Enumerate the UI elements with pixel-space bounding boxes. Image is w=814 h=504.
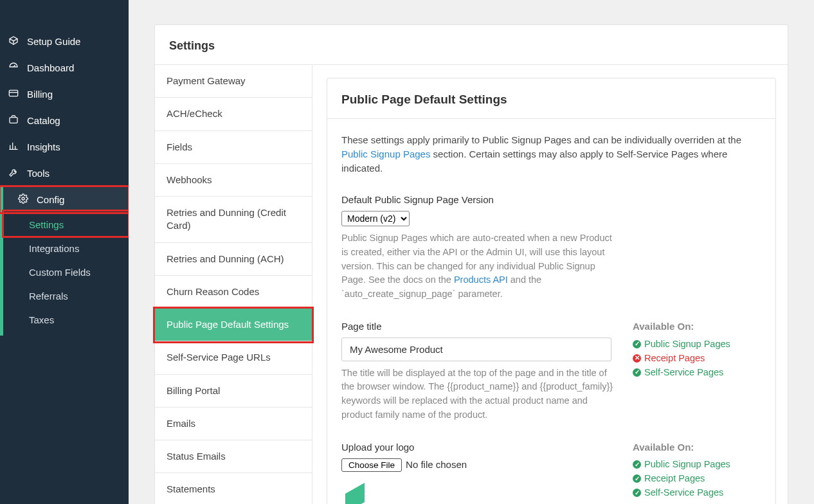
products-api-link[interactable]: Products API bbox=[454, 274, 508, 285]
cube-icon bbox=[8, 35, 19, 48]
settings-panel: Settings Payment Gateway ACH/eCheck Fiel… bbox=[154, 24, 788, 504]
subnav-self-service-urls[interactable]: Self-Service Page URLs bbox=[155, 341, 312, 374]
sidebar-sub-custom-fields[interactable]: Custom Fields bbox=[3, 260, 129, 284]
sidebar-label: Setup Guide bbox=[27, 36, 80, 47]
gauge-icon bbox=[8, 62, 19, 74]
panel-title: Settings bbox=[155, 25, 788, 65]
page-title-helper: The title will be displayed at the top o… bbox=[341, 366, 618, 422]
avail-row: ✓ Receipt Pages bbox=[633, 472, 761, 485]
subnav-fields[interactable]: Fields bbox=[155, 131, 312, 164]
subnav-statements[interactable]: Statements bbox=[155, 473, 312, 504]
subnav-retries-cc[interactable]: Retries and Dunning (Credit Card) bbox=[155, 197, 312, 243]
no-file-text: No file chosen bbox=[406, 458, 467, 472]
subnav-status-emails[interactable]: Status Emails bbox=[155, 440, 312, 473]
sidebar-item-billing[interactable]: Billing bbox=[0, 81, 129, 107]
intro-text: These settings apply primarily to Public… bbox=[341, 134, 741, 145]
sidebar-item-setup-guide[interactable]: Setup Guide bbox=[0, 28, 129, 55]
sidebar-label: Insights bbox=[27, 141, 60, 152]
subnav-webhooks[interactable]: Webhooks bbox=[155, 164, 312, 197]
public-signup-pages-link[interactable]: Public Signup Pages bbox=[341, 148, 430, 159]
sidebar-subgroup: Settings Integrations Custom Fields Refe… bbox=[0, 211, 129, 336]
logo-preview bbox=[341, 480, 620, 504]
available-on-title: Available On: bbox=[633, 440, 761, 455]
check-circle-icon: ✓ bbox=[633, 489, 641, 497]
logo-section: Upload your logo Choose File No file cho… bbox=[341, 440, 761, 505]
sidebar-label: Config bbox=[37, 194, 64, 205]
page-title-input[interactable] bbox=[341, 338, 611, 361]
page-title-label: Page title bbox=[341, 320, 620, 334]
logo-icon bbox=[341, 480, 368, 504]
avail-row: ✕ Receipt Pages bbox=[633, 352, 761, 365]
svg-rect-0 bbox=[9, 90, 17, 96]
briefcase-icon bbox=[8, 114, 19, 127]
sidebar-sub-taxes[interactable]: Taxes bbox=[3, 308, 129, 332]
svg-rect-1 bbox=[10, 118, 17, 123]
sidebar-item-dashboard[interactable]: Dashboard bbox=[0, 55, 129, 81]
wrench-icon bbox=[8, 167, 19, 179]
subnav-billing-portal[interactable]: Billing Portal bbox=[155, 375, 312, 408]
check-circle-icon: ✓ bbox=[633, 474, 641, 483]
sidebar-sub-referrals[interactable]: Referrals bbox=[3, 284, 129, 308]
avail-row: ✓ Public Signup Pages bbox=[633, 338, 761, 351]
main-content: Settings Payment Gateway ACH/eCheck Fiel… bbox=[129, 0, 814, 504]
upload-logo-label: Upload your logo bbox=[341, 440, 620, 455]
sidebar-label: Dashboard bbox=[27, 62, 74, 73]
version-section: Default Public Signup Page Version Moder… bbox=[341, 193, 761, 302]
sidebar-sub-settings[interactable]: Settings bbox=[3, 211, 129, 237]
check-circle-icon: ✓ bbox=[633, 460, 641, 469]
sidebar-item-config[interactable]: Config bbox=[0, 186, 129, 213]
avail-label: Self-Service Pages bbox=[644, 486, 723, 500]
sidebar-label: Billing bbox=[27, 89, 53, 100]
choose-file-button[interactable]: Choose File bbox=[341, 458, 402, 472]
avail-label: Public Signup Pages bbox=[644, 458, 730, 471]
available-on-title: Available On: bbox=[633, 320, 761, 334]
subnav-ach-echeck[interactable]: ACH/eCheck bbox=[155, 98, 312, 130]
avail-label: Receipt Pages bbox=[644, 352, 705, 365]
credit-card-icon bbox=[8, 88, 19, 100]
subnav-retries-ach[interactable]: Retries and Dunning (ACH) bbox=[155, 243, 312, 276]
content-area: Public Page Default Settings These setti… bbox=[312, 65, 788, 504]
settings-subnav: Payment Gateway ACH/eCheck Fields Webhoo… bbox=[155, 65, 312, 504]
sidebar-label: Catalog bbox=[27, 115, 60, 126]
subnav-public-page-defaults[interactable]: Public Page Default Settings bbox=[155, 309, 312, 341]
subnav-payment-gateway[interactable]: Payment Gateway bbox=[155, 65, 312, 98]
version-helper: Public Signup Pages which are auto-creat… bbox=[341, 231, 618, 302]
content-card-title: Public Page Default Settings bbox=[327, 78, 775, 119]
sidebar: Setup Guide Dashboard Billing Catalog In… bbox=[0, 0, 129, 504]
x-circle-icon: ✕ bbox=[633, 354, 641, 363]
avail-row: ✓ Self-Service Pages bbox=[633, 486, 761, 500]
check-circle-icon: ✓ bbox=[633, 368, 641, 377]
subnav-churn-codes[interactable]: Churn Reason Codes bbox=[155, 276, 312, 309]
avail-label: Public Signup Pages bbox=[644, 338, 730, 351]
gear-icon bbox=[17, 194, 29, 206]
available-on-box: Available On: ✓ Public Signup Pages ✕ Re… bbox=[633, 320, 761, 422]
svg-point-2 bbox=[22, 197, 24, 200]
intro-section: These settings apply primarily to Public… bbox=[341, 133, 761, 175]
svg-marker-3 bbox=[345, 483, 365, 504]
sidebar-label: Tools bbox=[27, 168, 50, 179]
version-select[interactable]: Modern (v2) bbox=[341, 211, 410, 226]
available-on-box: Available On: ✓ Public Signup Pages ✓ Re… bbox=[633, 440, 761, 505]
avail-label: Self-Service Pages bbox=[644, 366, 723, 379]
sidebar-item-tools[interactable]: Tools bbox=[0, 160, 129, 186]
bar-chart-icon bbox=[8, 141, 19, 153]
avail-row: ✓ Self-Service Pages bbox=[633, 366, 761, 379]
page-title-section: Page title The title will be displayed a… bbox=[341, 320, 761, 422]
check-circle-icon: ✓ bbox=[633, 340, 641, 348]
sidebar-item-insights[interactable]: Insights bbox=[0, 134, 129, 160]
sidebar-item-catalog[interactable]: Catalog bbox=[0, 107, 129, 134]
avail-row: ✓ Public Signup Pages bbox=[633, 458, 761, 471]
version-label: Default Public Signup Page Version bbox=[341, 193, 761, 207]
avail-label: Receipt Pages bbox=[644, 472, 705, 485]
subnav-emails[interactable]: Emails bbox=[155, 408, 312, 440]
sidebar-sub-integrations[interactable]: Integrations bbox=[3, 237, 129, 260]
content-card: Public Page Default Settings These setti… bbox=[327, 78, 776, 504]
